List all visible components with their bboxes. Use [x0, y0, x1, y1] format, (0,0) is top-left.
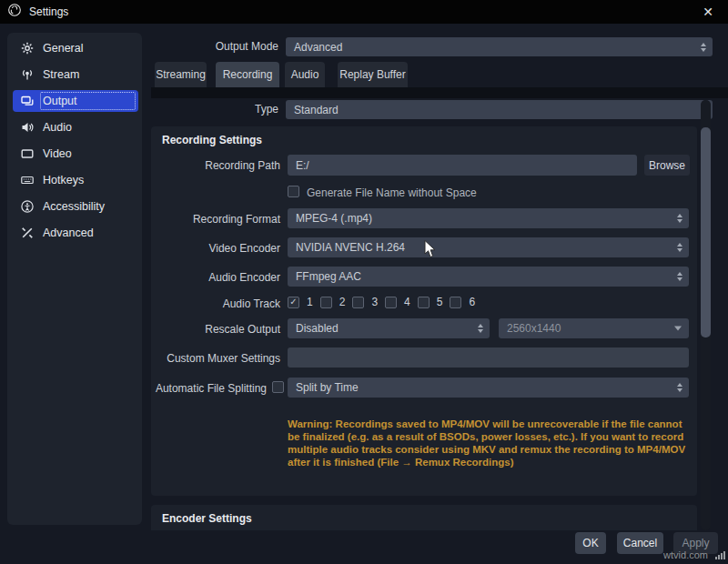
watermark-text: wtvid.com — [663, 549, 708, 560]
keyboard-icon — [20, 173, 35, 187]
ok-button-label: OK — [582, 537, 598, 549]
sidebar-item-general[interactable]: General — [13, 37, 138, 59]
spinner-icon — [474, 324, 487, 333]
audio-track-3-checkbox[interactable] — [352, 297, 364, 308]
output-mode-value: Advanced — [294, 41, 342, 54]
custom-muxer-label: Custom Muxer Settings — [155, 352, 280, 365]
audio-track-5-checkbox[interactable] — [418, 297, 430, 308]
output-icon — [20, 94, 35, 108]
scrollbar-thumb[interactable] — [701, 127, 711, 337]
recording-path-value: E:/ — [296, 159, 309, 172]
gear-icon — [20, 41, 35, 55]
rescale-output-value: Disabled — [296, 322, 339, 335]
video-encoder-label: Video Encoder — [155, 242, 280, 255]
auto-split-label: Automatic File Splitting — [151, 382, 267, 395]
auto-split-checkbox[interactable] — [272, 381, 284, 393]
sidebar-item-label: General — [43, 42, 83, 55]
tab-recording[interactable]: Recording — [216, 62, 279, 87]
spinner-icon — [673, 214, 686, 223]
recording-format-value: MPEG-4 (.mp4) — [296, 212, 372, 225]
settings-window: Settings ✕ General Stream — [0, 0, 728, 564]
title-bar: Settings ✕ — [0, 0, 728, 24]
signal-bars-icon — [715, 551, 725, 559]
speaker-icon — [20, 120, 35, 135]
scroll-area-edge — [151, 87, 728, 98]
video-encoder-select[interactable]: NVIDIA NVENC H.264 — [288, 237, 689, 257]
audio-track-3-label: 3 — [371, 296, 378, 308]
type-select[interactable]: Standard — [286, 100, 713, 119]
tab-replay-buffer[interactable]: Replay Buffer — [338, 62, 408, 87]
tab-audio[interactable]: Audio — [285, 62, 325, 87]
browse-button-label: Browse — [649, 159, 685, 172]
audio-encoder-select[interactable]: FFmpeg AAC — [288, 267, 689, 287]
rescale-output-label: Rescale Output — [155, 323, 280, 336]
auto-split-value: Split by Time — [296, 381, 359, 394]
recording-path-label: Recording Path — [155, 159, 280, 172]
audio-encoder-value: FFmpeg AAC — [296, 270, 361, 283]
sidebar-item-hotkeys[interactable]: Hotkeys — [13, 169, 138, 191]
recording-settings-heading: Recording Settings — [162, 134, 262, 146]
sidebar-item-stream[interactable]: Stream — [13, 64, 138, 86]
recording-format-select[interactable]: MPEG-4 (.mp4) — [288, 208, 689, 228]
audio-track-2-checkbox[interactable] — [320, 297, 332, 308]
spinner-icon — [697, 43, 710, 52]
audio-track-label: Audio Track — [155, 297, 280, 310]
tab-label: Audio — [291, 68, 319, 81]
tab-label: Replay Buffer — [339, 68, 406, 81]
sidebar-item-output[interactable]: Output — [13, 90, 138, 112]
monitor-icon — [20, 146, 35, 161]
generate-filename-label: Generate File Name without Space — [307, 186, 671, 199]
tab-label: Recording — [223, 68, 273, 81]
settings-sidebar: General Stream Output — [7, 33, 142, 525]
obs-logo-icon — [7, 3, 22, 21]
sidebar-item-advanced[interactable]: Advanced — [13, 222, 138, 244]
cancel-button[interactable]: Cancel — [617, 532, 663, 554]
audio-track-2-label: 2 — [339, 296, 346, 308]
sidebar-item-label: Advanced — [43, 227, 94, 239]
antenna-icon — [20, 67, 35, 82]
cancel-button-label: Cancel — [623, 537, 657, 549]
focus-ring — [40, 92, 136, 110]
apply-button-label: Apply — [682, 537, 709, 549]
tab-label: Streaming — [156, 68, 206, 81]
ok-button[interactable]: OK — [575, 532, 606, 554]
encoder-settings-group: Encoder Settings — [151, 505, 697, 530]
custom-muxer-input[interactable] — [288, 347, 689, 368]
sidebar-item-label: Hotkeys — [43, 174, 84, 186]
recording-format-label: Recording Format — [155, 213, 280, 226]
sidebar-item-accessibility[interactable]: Accessibility — [13, 196, 138, 217]
audio-track-5-label: 5 — [437, 296, 443, 308]
output-mode-label: Output Mode — [151, 40, 278, 53]
sidebar-item-audio[interactable]: Audio — [13, 116, 138, 138]
close-icon[interactable]: ✕ — [695, 0, 721, 24]
tab-streaming[interactable]: Streaming — [155, 62, 207, 87]
sidebar-item-label: Video — [43, 147, 72, 160]
tools-icon — [20, 226, 35, 240]
audio-track-4-label: 4 — [404, 296, 410, 308]
rescale-resolution-combo[interactable]: 2560x1440 — [499, 318, 689, 338]
auto-split-select[interactable]: Split by Time — [288, 378, 689, 398]
audio-track-6-checkbox[interactable] — [450, 297, 461, 308]
mp4-warning-text: Warning: Recordings saved to MP4/MOV wil… — [288, 418, 695, 468]
audio-encoder-label: Audio Encoder — [155, 271, 280, 284]
audio-track-1-label: 1 — [307, 296, 313, 308]
sidebar-item-label: Audio — [43, 121, 72, 134]
chevron-down-icon — [674, 327, 682, 331]
encoder-settings-heading: Encoder Settings — [162, 512, 252, 525]
generate-filename-checkbox[interactable] — [288, 186, 299, 197]
browse-button[interactable]: Browse — [644, 155, 690, 176]
output-mode-select[interactable]: Advanced — [286, 37, 713, 56]
type-value: Standard — [294, 104, 339, 116]
spinner-icon — [673, 383, 686, 392]
audio-track-row: ✓ 1 2 3 4 5 6 — [288, 296, 475, 308]
rescale-resolution-value: 2560x1440 — [507, 322, 561, 335]
recording-path-input[interactable]: E:/ — [288, 155, 637, 176]
window-title: Settings — [29, 5, 68, 18]
spinner-icon — [673, 243, 686, 252]
sidebar-item-label: Stream — [43, 68, 79, 81]
audio-track-4-checkbox[interactable] — [385, 297, 397, 308]
audio-track-1-checkbox[interactable]: ✓ — [288, 297, 299, 308]
accessibility-icon — [20, 199, 35, 214]
sidebar-item-video[interactable]: Video — [13, 143, 138, 165]
rescale-output-select[interactable]: Disabled — [288, 318, 490, 338]
